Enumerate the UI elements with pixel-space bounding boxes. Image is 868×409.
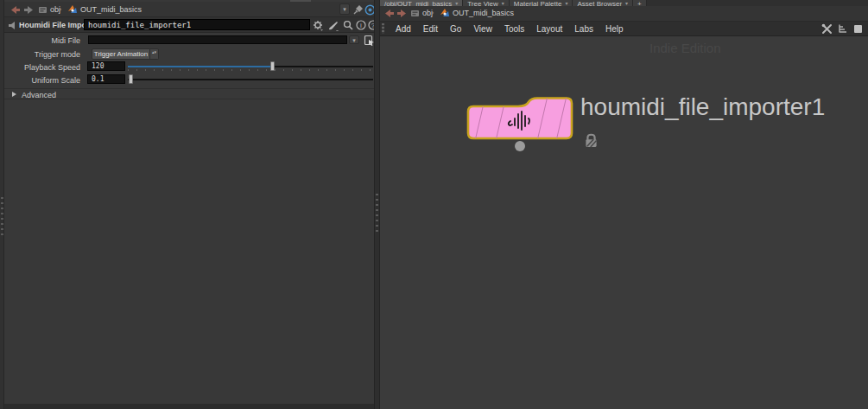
menu-labs[interactable]: Labs (568, 24, 599, 34)
magnifier-icon[interactable] (343, 20, 353, 31)
playback-speed-handle[interactable] (270, 61, 275, 71)
parameter-path-bar: obj › OUT_midi_basics ▾ (4, 2, 374, 17)
midi-file-dropdown[interactable]: ▾ (349, 35, 359, 44)
breadcrumb-current-node[interactable]: OUT_midi_basics (65, 3, 144, 16)
network-path-bar: obj › OUT_midi_basics (380, 6, 868, 22)
menu-view[interactable]: View (467, 24, 498, 34)
tab-asset-browser[interactable]: Asset Browser ▾ (573, 0, 633, 6)
new-tab-button[interactable]: + (633, 0, 647, 6)
breadcrumb-current-node[interactable]: OUT_midi_basics (437, 7, 516, 19)
midi-file-input[interactable] (88, 35, 347, 44)
menu-help[interactable]: Help (599, 24, 630, 34)
advanced-label: Advanced (22, 91, 56, 99)
forward-arrow-icon[interactable] (396, 9, 408, 18)
node-houmidi-file-importer[interactable] (465, 94, 577, 143)
pane-bottom-edge (4, 404, 374, 409)
parameter-rows: Midi File ▾ Trigger mode Trigger Animati… (4, 33, 374, 88)
menu-layout[interactable]: Layout (530, 24, 568, 34)
asset-icon (440, 8, 450, 18)
pane-tab-bar: /obj/OUT_midi_basics ▾ Tree View ▾ Mater… (380, 0, 868, 6)
network-editor-pane: /obj/OUT_midi_basics ▾ Tree View ▾ Mater… (380, 0, 868, 409)
parameter-pane: obj › OUT_midi_basics ▾ Houmidi File Imp… (0, 0, 374, 409)
menu-tools[interactable]: Tools (498, 24, 530, 34)
tab-dropdown-icon[interactable]: ▾ (565, 0, 567, 6)
playback-speed-ticks (128, 69, 373, 71)
tab-dropdown-icon[interactable]: ▾ (502, 0, 504, 6)
edition-watermark: Indie Edition (649, 41, 721, 55)
param-label-trigger-mode: Trigger mode (4, 50, 80, 59)
asset-icon (67, 4, 78, 15)
lock-icon (583, 132, 599, 149)
obj-network-icon (410, 9, 420, 18)
info-icon[interactable]: i (356, 20, 366, 30)
tab-dropdown-icon[interactable]: ▾ (455, 0, 458, 6)
svg-text:i: i (360, 22, 362, 29)
advanced-section[interactable]: Advanced (4, 88, 374, 99)
tab-dropdown-icon[interactable]: ▾ (625, 0, 628, 6)
back-arrow-icon[interactable] (10, 5, 21, 15)
node-type-icon (7, 20, 18, 31)
node-output-connector[interactable] (515, 141, 525, 151)
tab-material-palette[interactable]: Material Palette ▾ (510, 0, 573, 6)
uniform-scale-field[interactable] (87, 74, 125, 84)
forward-arrow-icon[interactable] (23, 5, 35, 15)
param-label-playback-speed: Playback Speed (4, 63, 80, 72)
trigger-mode-menu[interactable]: Trigger Animation (92, 48, 150, 60)
param-label-uniform-scale: Uniform Scale (4, 76, 80, 85)
param-label-midi-file: Midi File (4, 36, 80, 45)
node-header: Houmidi File Importer i ? (4, 17, 374, 33)
brush-icon[interactable] (328, 21, 339, 31)
pane-splitter-middle[interactable] (374, 0, 380, 409)
pin-icon[interactable] (352, 5, 363, 16)
back-arrow-icon[interactable] (383, 9, 395, 18)
trigger-mode-spinner[interactable]: ▴▾ (150, 48, 159, 60)
node-name-label[interactable]: houmidi_file_importer1 (580, 93, 825, 121)
menu-add[interactable]: Add (390, 24, 417, 34)
tab-tree-view[interactable]: Tree View ▾ (463, 0, 510, 6)
uniform-scale-handle[interactable] (129, 74, 133, 84)
breadcrumb-separator: › (431, 8, 434, 17)
hierarchy-list-icon[interactable] (838, 23, 848, 34)
node-name-input[interactable] (84, 19, 310, 30)
collapse-triangle-icon (12, 92, 16, 97)
obj-network-icon (38, 5, 48, 15)
customize-tools-icon[interactable] (821, 23, 833, 35)
breadcrumb-node-label: OUT_midi_basics (80, 5, 142, 14)
breadcrumb-separator: › (59, 4, 61, 14)
network-menu-bar: Add Edit Go View Tools Layout Labs Help (380, 22, 868, 36)
playback-speed-field[interactable] (87, 61, 125, 71)
menubar-grip[interactable] (382, 23, 384, 34)
menubar-icon-group (821, 23, 868, 35)
splitter-grip[interactable] (376, 194, 378, 233)
menu-go[interactable]: Go (444, 24, 467, 34)
network-canvas[interactable]: Indie Edition (380, 36, 868, 409)
playback-speed-slider-fill (128, 66, 273, 67)
splitter-grip[interactable] (1, 197, 3, 237)
breadcrumb-node-label: OUT_midi_basics (453, 9, 514, 17)
tab-network-editor[interactable]: /obj/OUT_midi_basics ▾ (380, 0, 463, 6)
uniform-scale-slider[interactable] (128, 79, 373, 80)
solid-box-icon[interactable] (853, 24, 863, 34)
menu-edit[interactable]: Edit (417, 24, 444, 34)
gear-icon[interactable] (313, 20, 324, 31)
path-dropdown-button[interactable]: ▾ (339, 3, 350, 15)
